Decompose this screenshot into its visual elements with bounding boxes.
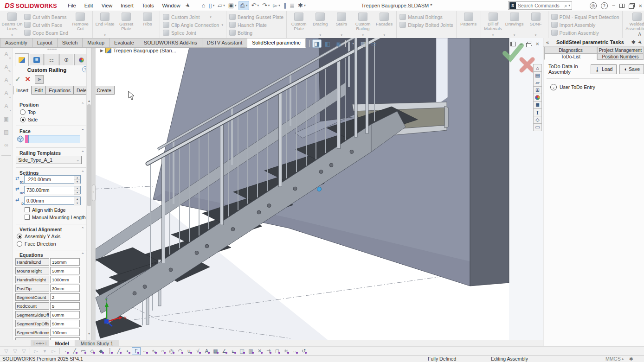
search-commands[interactable]: S ⌕ ▾	[508, 1, 572, 10]
midpoint-line-icon[interactable]: ╱	[114, 347, 123, 355]
undo-button[interactable]: ↶▾	[250, 1, 260, 10]
filter-faces-icon[interactable]: ▽	[11, 347, 19, 355]
select-expand-icon[interactable]: ▾	[40, 347, 49, 355]
menu-file[interactable]: File	[64, 1, 80, 10]
patterns-button[interactable]: Patterns	[458, 11, 479, 38]
collapse-settings-icon[interactable]: ⌃	[81, 170, 84, 175]
tab-position-numbers[interactable]: Position Numbers	[597, 53, 644, 60]
cut-with-beams-button[interactable]: Cut with Beams	[23, 13, 70, 21]
spline-icon[interactable]: ∿	[149, 347, 158, 355]
note-lock-icon[interactable]: A•	[2, 102, 11, 113]
doc-tab-markup[interactable]: Markup	[83, 38, 109, 48]
corner-trim-icon[interactable]: ⌐	[141, 347, 149, 355]
equation-name-HandrailEnd[interactable]: HandrailEnd	[15, 258, 49, 266]
beams-on-lines-button[interactable]: Beams On Lines▾	[1, 11, 23, 38]
sketch-point-icon[interactable]: ∙	[61, 347, 70, 355]
plane-icon[interactable]: ▦	[211, 347, 220, 355]
menu-view[interactable]: View	[97, 1, 117, 10]
sketch-line-icon[interactable]: ╱	[70, 347, 79, 355]
weld-region-icon[interactable]: ▨	[2, 128, 11, 139]
home-icon[interactable]: ⌂	[533, 64, 542, 72]
equation-value-RodCount[interactable]: 5	[50, 302, 80, 310]
checkbox-align-with-edge[interactable]	[25, 207, 30, 212]
template-dropdown[interactable]: Side_Type_A_1 ⌄	[16, 156, 82, 164]
bearing-gusset-plate-button[interactable]: Bearing Gusset Plate	[228, 13, 285, 21]
equation-curve-icon[interactable]: √	[193, 347, 202, 355]
equation-value-HandrailHeight[interactable]: 1000mm	[50, 276, 80, 283]
pin-menubar-icon[interactable]: ➤	[184, 1, 192, 9]
tab-todo-list[interactable]: ToDo-List	[544, 53, 597, 60]
units-caret-icon[interactable]: ▴	[622, 356, 624, 361]
selection-filter-icon[interactable]: ▽	[2, 347, 11, 355]
equation-value-MountHeight[interactable]: 50mm	[50, 267, 80, 274]
user-todo-entry[interactable]: ⌄ User ToDo Entry	[550, 84, 595, 90]
feature-tree-item[interactable]: ▶ Treppen Baugruppe (Stan...	[100, 48, 176, 53]
reference-point-marker[interactable]	[317, 187, 322, 191]
doc-close-icon[interactable]: ×	[535, 40, 539, 47]
section-vertical-alignment[interactable]: Vertical Alignment	[19, 227, 62, 232]
doc-restore-icon[interactable]	[526, 42, 532, 46]
radio-top-label[interactable]: Top	[28, 109, 36, 115]
tab-configurationmanager[interactable]: ⚏	[45, 54, 58, 65]
attachments-button[interactable]: ∥	[282, 1, 288, 10]
arc-icon[interactable]: ◠	[176, 347, 185, 355]
task-pin-icon[interactable]: ➤	[637, 38, 644, 46]
solid-primitive-icon[interactable]: ◆	[97, 347, 105, 355]
filter-edges-icon[interactable]: ▽	[19, 347, 28, 355]
action-tab-insert[interactable]: Insert	[13, 86, 32, 95]
note-leader-icon[interactable]: A↘	[2, 76, 11, 87]
doc-tab-dstv-assistant[interactable]: DSTV Assistant	[202, 38, 247, 48]
face-direction-label[interactable]: Face Direction	[25, 241, 56, 247]
radio-top[interactable]	[20, 109, 26, 115]
angle-dimension-icon[interactable]: ∠	[220, 347, 229, 355]
action-tab-create[interactable]: Create	[94, 86, 115, 95]
equation-value-SegmentSideOffset[interactable]: 60mm	[50, 311, 80, 318]
circle-icon[interactable]: ○	[158, 347, 167, 355]
facades-button[interactable]: Facades▾	[374, 11, 395, 38]
equation-value-SegmentCount[interactable]: 2	[50, 293, 80, 301]
remove-cut-button[interactable]: Remove Cut	[70, 11, 91, 38]
equation-name-PostTip[interactable]: PostTip	[15, 285, 49, 292]
minimize-icon[interactable]: −	[612, 2, 616, 9]
pdm-equal-part-detection-button[interactable]: PDM - Equal Part Detection	[550, 13, 621, 21]
extend-entities-icon[interactable]: ⇉	[264, 347, 273, 355]
display-style-icon[interactable]: ◧	[323, 39, 332, 48]
open-button[interactable]: ▱▾	[216, 1, 226, 10]
task-gear-icon[interactable]: ✱	[631, 39, 636, 45]
doc-tab-evaluate[interactable]: Evaluate	[109, 38, 139, 48]
move-entities-icon[interactable]: ↔	[290, 347, 299, 355]
assembly-y-axis-label[interactable]: Assembly Y Axis	[25, 234, 60, 239]
select-button[interactable]: ▻▾	[271, 1, 282, 10]
end-plate-button[interactable]: End Plate▾	[94, 11, 116, 38]
centerline-icon[interactable]: ┆	[105, 347, 114, 355]
panel-drag-handle[interactable]: ●●●●●	[13, 48, 91, 51]
action-tab-edit[interactable]: Edit	[32, 86, 46, 95]
status-options-icon[interactable]: ✱	[629, 356, 633, 362]
offset-d2-field[interactable]: 730.00mm▲▼	[24, 186, 81, 194]
pin-button[interactable]: ➤	[35, 75, 44, 84]
section-position[interactable]: Position	[19, 102, 39, 108]
tab-scroll-buttons[interactable]: ❘◂◂▸▸❘	[31, 340, 49, 346]
user-account-icon[interactable]: ◎	[590, 2, 597, 9]
print-button[interactable]: ⎙▾	[238, 1, 250, 10]
collapse-ribbon-icon[interactable]: ᐱ	[638, 32, 641, 37]
stairs-button[interactable]: Stairs▾	[331, 11, 352, 38]
equation-name-HandrailHeight[interactable]: HandrailHeight	[15, 276, 49, 283]
help-icon[interactable]: ?	[601, 2, 608, 9]
close-icon[interactable]: ×	[638, 2, 642, 9]
equation-value-empty[interactable]	[50, 337, 80, 340]
restore-icon[interactable]	[629, 3, 634, 8]
wall-side-face[interactable]	[470, 38, 509, 286]
tab-motion-study[interactable]: Motion Study 1	[75, 340, 119, 346]
save-button[interactable]: ▣▾	[227, 1, 238, 10]
radio-side-label[interactable]: Side	[28, 117, 38, 122]
search-dropdown-icon[interactable]: ▾	[568, 4, 570, 7]
search-magnifier-icon[interactable]: ⌕	[564, 3, 567, 9]
tile-windows-icon[interactable]	[619, 4, 625, 8]
point-icon[interactable]: •	[123, 347, 132, 355]
equation-name-MountHeight[interactable]: MountHeight	[15, 267, 49, 274]
expand-pane-icon[interactable]	[510, 42, 516, 46]
text-icon[interactable]: A	[202, 347, 211, 355]
apply-scene-icon[interactable]: ▦	[359, 39, 368, 48]
bolting-button[interactable]: Bolting	[228, 29, 285, 37]
